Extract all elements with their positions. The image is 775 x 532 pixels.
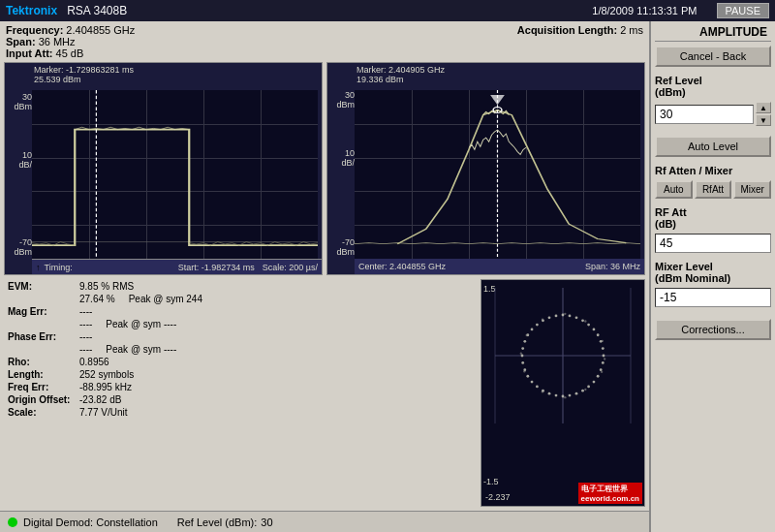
- svg-point-34: [548, 316, 551, 319]
- svg-point-22: [536, 386, 539, 389]
- svg-point-26: [521, 361, 524, 364]
- auto-button[interactable]: Auto: [655, 180, 693, 199]
- evm-value: 9.85 % RMS: [79, 281, 134, 292]
- rf-att-value[interactable]: 45: [655, 234, 771, 253]
- timing-label: Timing:: [45, 263, 73, 272]
- evm-peak-at: Peak @ sym 244: [129, 294, 202, 304]
- scale-value: 7.77 V/Unit: [79, 407, 127, 418]
- left-y-top: 30 dBm: [7, 92, 32, 111]
- svg-point-46: [601, 371, 603, 373]
- svg-point-39: [581, 319, 584, 322]
- ref-level-status-label: Ref Level (dBm):: [177, 516, 258, 528]
- right-chart-bottom: Center: 2.404855 GHz Span: 36 MHz: [355, 259, 644, 274]
- svg-point-14: [587, 386, 590, 389]
- svg-point-42: [597, 333, 600, 336]
- mag-err-peak: ----: [79, 319, 92, 329]
- mixer-level-label: Mixer Level (dBm Nominal): [655, 261, 771, 284]
- svg-point-54: [564, 313, 566, 315]
- svg-point-12: [597, 375, 600, 378]
- pause-button[interactable]: PAUSE: [717, 3, 769, 18]
- right-chart-marker: Marker: 2.404905 GHz 19.336 dBm: [356, 65, 445, 84]
- length-label: Length:: [8, 369, 76, 380]
- ref-level-input[interactable]: 30: [655, 105, 754, 124]
- rho-row: Rho: 0.8956: [8, 357, 473, 367]
- span-info: Span: 36 MHz: [6, 36, 135, 47]
- length-row: Length: 252 symbols: [8, 369, 473, 380]
- rf-atten-buttons: Auto RfAtt Mixer: [655, 180, 771, 199]
- svg-point-13: [593, 381, 596, 384]
- constellation-x-left: -2.237: [485, 492, 511, 502]
- left-y-mid: 10 dB/: [7, 150, 32, 170]
- svg-point-19: [555, 394, 558, 397]
- svg-point-29: [523, 340, 526, 343]
- right-chart: Marker: 2.404905 GHz 19.336 dBm 30 dBm 1…: [326, 62, 645, 275]
- cancel-back-button[interactable]: Cancel - Back: [655, 46, 771, 67]
- mag-err-peak-at: Peak @ sym ----: [106, 319, 176, 329]
- evm-peak-row: 27.64 % Peak @ sym 244: [8, 294, 473, 304]
- evm-peak-value: 27.64 %: [79, 294, 115, 304]
- rfatt-button[interactable]: RfAtt: [695, 180, 732, 199]
- model-name: RSA 3408B: [67, 4, 127, 17]
- span-label-chart: Span: 36 MHz: [585, 262, 640, 271]
- rho-label: Rho:: [8, 357, 76, 367]
- mixer-button[interactable]: Mixer: [733, 180, 771, 199]
- freq-err-value: -88.995 kHz: [79, 382, 132, 392]
- scale-label: Scale:: [8, 407, 76, 418]
- svg-point-31: [531, 329, 534, 331]
- ref-level-up-button[interactable]: ▲: [756, 102, 771, 113]
- left-waveform-svg: [32, 90, 318, 259]
- bottom-row: EVM: 9.85 % RMS 27.64 % Peak @ sym 244 M…: [0, 275, 649, 511]
- right-y-mid: 10 dB/: [329, 148, 355, 168]
- evm-label: EVM:: [8, 281, 76, 292]
- phase-err-peak: ----: [79, 344, 92, 355]
- right-chart-inner: [355, 90, 640, 259]
- datetime: 1/8/2009 11:13:31 PM: [592, 5, 697, 16]
- right-waveform-svg: [355, 90, 640, 259]
- mag-err-row: Mag Err: ----: [8, 306, 473, 317]
- header: Tektronix RSA 3408B 1/8/2009 11:13:31 PM…: [0, 0, 775, 21]
- svg-point-36: [562, 314, 565, 317]
- origin-offset-value: -23.82 dB: [79, 394, 121, 405]
- timing-start: Start: -1.982734 ms: [178, 263, 255, 272]
- logo-badge: 电子工程世界eeworld.com.cn: [578, 483, 642, 504]
- svg-point-44: [602, 347, 604, 350]
- left-y-bottom: -70 dBm: [7, 237, 32, 257]
- svg-point-55: [584, 320, 586, 322]
- phase-err-label: Phase Err:: [8, 331, 76, 342]
- svg-point-28: [521, 347, 524, 350]
- svg-point-32: [536, 324, 539, 327]
- svg-marker-3: [490, 95, 505, 105]
- svg-point-51: [520, 353, 522, 355]
- svg-point-17: [569, 394, 572, 397]
- rf-atten-label: Rf Atten / Mixer: [655, 165, 771, 176]
- svg-point-47: [584, 389, 586, 391]
- phase-err-row: Phase Err: ----: [8, 331, 473, 342]
- frequency-label: Frequency: 2.404855 GHz: [6, 24, 135, 36]
- rho-value: 0.8956: [79, 357, 109, 367]
- constellation-box: 1.5 -1.5 -2.237 2.237: [480, 279, 645, 507]
- ref-level-arrows: ▲ ▼: [756, 102, 771, 126]
- svg-point-50: [523, 370, 525, 372]
- origin-offset-label: Origin Offset:: [8, 394, 76, 405]
- data-panel: EVM: 9.85 % RMS 27.64 % Peak @ sym 244 M…: [4, 279, 477, 507]
- content-area: Frequency: 2.404855 GHz Span: 36 MHz Inp…: [0, 21, 649, 532]
- svg-point-35: [555, 315, 558, 318]
- center-label: Center: 2.404855 GHz: [358, 262, 446, 271]
- main-container: Frequency: 2.404855 GHz Span: 36 MHz Inp…: [0, 21, 775, 532]
- auto-level-button[interactable]: Auto Level: [655, 136, 771, 157]
- ref-level-down-button[interactable]: ▼: [756, 114, 771, 126]
- svg-point-15: [581, 390, 584, 392]
- phase-err-value: ----: [79, 331, 92, 342]
- acq-length: Acquisition Length: 2 ms: [517, 24, 643, 36]
- status-indicator: [8, 517, 17, 527]
- mixer-level-value[interactable]: -15: [655, 288, 771, 307]
- evm-row: EVM: 9.85 % RMS: [8, 281, 473, 292]
- svg-point-18: [562, 395, 565, 398]
- mag-err-label: Mag Err:: [8, 306, 76, 317]
- corrections-button[interactable]: Corrections...: [655, 319, 771, 340]
- status-bar: Digital Demod: Constellation Ref Level (…: [0, 511, 649, 532]
- svg-point-27: [521, 355, 524, 358]
- ref-level-input-row: 30 ▲ ▼: [655, 102, 771, 126]
- svg-point-16: [575, 392, 578, 395]
- constellation-svg: [485, 288, 640, 423]
